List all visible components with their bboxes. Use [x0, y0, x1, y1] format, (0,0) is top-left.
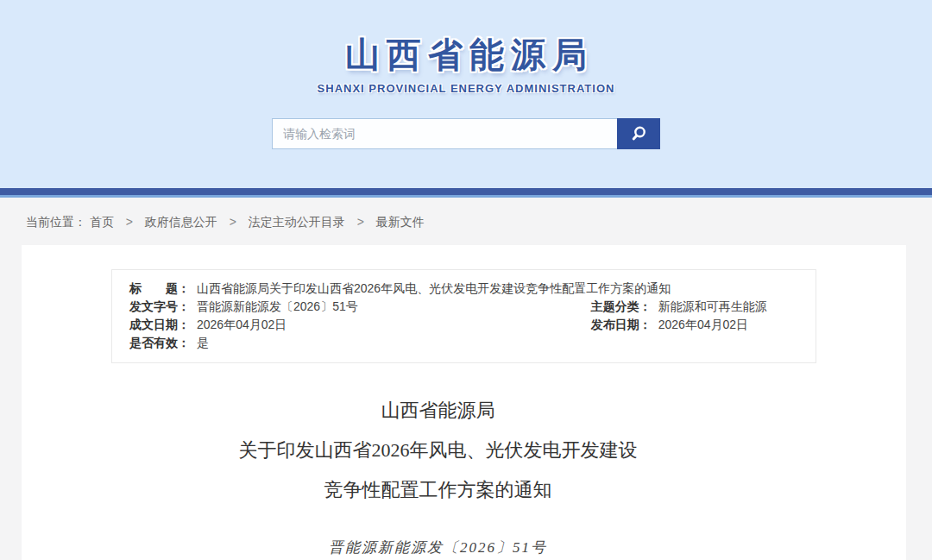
breadcrumb-label: 当前位置： [26, 215, 86, 229]
doc-info-value-validity: 是 [197, 334, 209, 352]
doc-info-label-title: 标 题： [129, 280, 190, 298]
breadcrumb-item-latest-docs: 最新文件 [376, 215, 425, 229]
doc-info-label-validity: 是否有效： [129, 334, 190, 352]
document-title-line-1: 山西省能源局 [22, 391, 854, 431]
header-divider-dark [0, 188, 932, 195]
document-body: 山西省能源局 关于印发山西省2026年风电、光伏发电开发建设 竞争性配置工作方案… [22, 391, 906, 557]
doc-info-value-written-date: 2026年04月02日 [197, 316, 287, 334]
doc-info-value-category: 新能源和可再生能源 [658, 298, 767, 316]
content-card: 标 题： 山西省能源局关于印发山西省2026年风电、光伏发电开发建设竞争性配置工… [22, 245, 906, 560]
doc-info-row-number-category: 发文字号： 晋能源新能源发〔2026〕51号 主题分类： 新能源和可再生能源 [129, 298, 798, 316]
breadcrumb-separator: > [126, 215, 133, 229]
breadcrumb-separator: > [357, 215, 364, 229]
search-icon [629, 124, 648, 143]
site-name-english: SHANXI PROVINCIAL ENERGY ADMINISTRATION [0, 82, 932, 95]
document-number: 晋能源新能源发〔2026〕51号 [22, 538, 854, 557]
doc-info-label-publish-date: 发布日期： [591, 316, 652, 334]
document-title: 山西省能源局 关于印发山西省2026年风电、光伏发电开发建设 竞争性配置工作方案… [22, 391, 854, 510]
breadcrumb-item-gov-info[interactable]: 政府信息公开 [145, 215, 217, 229]
breadcrumb-item-home[interactable]: 首页 [90, 215, 114, 229]
document-title-line-2: 关于印发山西省2026年风电、光伏发电开发建设 [22, 431, 854, 470]
breadcrumb: 当前位置： 首页 > 政府信息公开 > 法定主动公开目录 > 最新文件 [0, 198, 932, 245]
breadcrumb-item-catalog[interactable]: 法定主动公开目录 [249, 215, 345, 229]
doc-info-value-publish-date: 2026年04月02日 [658, 316, 748, 334]
doc-info-row-title: 标 题： 山西省能源局关于印发山西省2026年风电、光伏发电开发建设竞争性配置工… [129, 280, 798, 298]
doc-info-value-title: 山西省能源局关于印发山西省2026年风电、光伏发电开发建设竞争性配置工作方案的通… [197, 280, 671, 298]
doc-info-value-number: 晋能源新能源发〔2026〕51号 [197, 298, 358, 316]
doc-info-label-number: 发文字号： [129, 298, 190, 316]
site-header: 山西省能源局 SHANXI PROVINCIAL ENERGY ADMINIST… [0, 0, 932, 188]
search-button[interactable] [617, 118, 660, 149]
doc-info-row-validity: 是否有效： 是 [129, 334, 798, 352]
doc-info-label-written-date: 成文日期： [129, 316, 190, 334]
search-bar [0, 118, 932, 149]
document-title-line-3: 竞争性配置工作方案的通知 [22, 470, 854, 510]
site-logo: 山西省能源局 SHANXI PROVINCIAL ENERGY ADMINIST… [0, 0, 932, 95]
doc-info-table: 标 题： 山西省能源局关于印发山西省2026年风电、光伏发电开发建设竞争性配置工… [111, 269, 816, 363]
breadcrumb-separator: > [230, 215, 236, 229]
doc-info-row-dates: 成文日期： 2026年04月02日 发布日期： 2026年04月02日 [129, 316, 798, 334]
doc-info-label-category: 主题分类： [591, 298, 652, 316]
search-input[interactable] [272, 118, 617, 149]
site-name-chinese: 山西省能源局 [345, 31, 594, 79]
